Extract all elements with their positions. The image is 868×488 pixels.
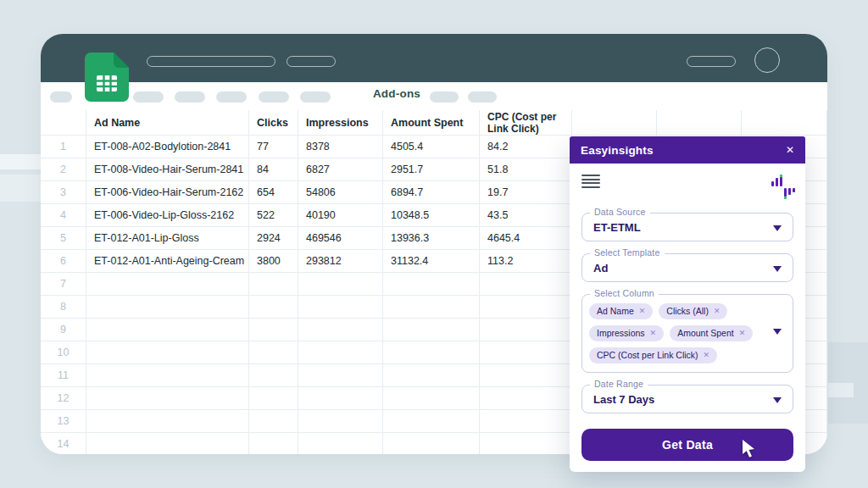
- sheet-cell[interactable]: 2924: [249, 227, 298, 250]
- sheet-cell[interactable]: [86, 364, 249, 387]
- sheet-cell[interactable]: [480, 319, 572, 341]
- toolbar-pill-placeholder[interactable]: [216, 92, 247, 103]
- sheet-cell[interactable]: 40190: [298, 204, 383, 227]
- sheet-cell[interactable]: ET-006-Video-Hair-Serum-2162: [86, 181, 249, 204]
- sheet-cell[interactable]: [480, 341, 572, 364]
- sheet-cell[interactable]: [249, 319, 298, 341]
- column-chip[interactable]: CPC (Cost per Link Click)✕: [589, 347, 717, 363]
- sheet-cell[interactable]: 4505.4: [383, 136, 480, 158]
- chevron-down-icon[interactable]: [773, 225, 782, 231]
- row-number-cell[interactable]: 14: [41, 433, 86, 454]
- sheet-cell[interactable]: 654: [249, 181, 298, 204]
- toolbar-pill-placeholder[interactable]: [50, 92, 72, 103]
- column-chip[interactable]: Clicks (All)✕: [659, 303, 727, 319]
- row-number-cell[interactable]: 1: [41, 136, 86, 158]
- sheet-cell[interactable]: [249, 296, 298, 319]
- sheet-cell[interactable]: [480, 364, 572, 387]
- select-column-multiselect[interactable]: Select Column Ad Name✕Clicks (All)✕Impre…: [581, 294, 793, 373]
- date-range-select[interactable]: Date Range Last 7 Days: [581, 385, 793, 413]
- sheet-cell[interactable]: 10348.5: [383, 204, 480, 227]
- sheet-cell[interactable]: [298, 296, 383, 319]
- row-number-cell[interactable]: 4: [41, 204, 86, 227]
- get-data-button[interactable]: Get Data: [581, 429, 793, 461]
- avatar[interactable]: [754, 47, 780, 73]
- sheet-cell[interactable]: ET-008-Video-Hair-Serum-2841: [86, 158, 249, 181]
- column-header-cell[interactable]: [742, 110, 827, 136]
- sheet-cell[interactable]: ET-012-A01-Lip-Gloss: [86, 227, 249, 250]
- sheet-cell[interactable]: [383, 319, 480, 341]
- sheet-cell[interactable]: [383, 410, 480, 433]
- chip-remove-icon[interactable]: ✕: [714, 307, 721, 315]
- sheet-cell[interactable]: 113.2: [480, 250, 572, 273]
- chip-remove-icon[interactable]: ✕: [650, 329, 657, 337]
- column-header-cell[interactable]: CPC (Cost per Link Click): [480, 110, 572, 136]
- sheet-cell[interactable]: ET-006-Video-Lip-Gloss-2162: [86, 204, 249, 227]
- sheet-cell[interactable]: 51.8: [480, 158, 572, 181]
- sheet-cell[interactable]: [86, 273, 249, 296]
- sheet-cell[interactable]: 84.2: [480, 136, 572, 158]
- sheet-cell[interactable]: [298, 433, 383, 454]
- sheet-cell[interactable]: [298, 273, 383, 296]
- sheet-cell[interactable]: [480, 273, 572, 296]
- sheet-cell[interactable]: [86, 387, 249, 410]
- sheet-cell[interactable]: [249, 364, 298, 387]
- close-icon[interactable]: ✕: [786, 145, 794, 155]
- sheet-cell[interactable]: 19.7: [480, 181, 572, 204]
- column-header-cell[interactable]: Ad Name: [86, 110, 249, 136]
- toolbar-pill-placeholder[interactable]: [300, 92, 331, 103]
- sheet-cell[interactable]: [86, 341, 249, 364]
- sheet-cell[interactable]: 522: [249, 204, 298, 227]
- sheet-cell[interactable]: 13936.3: [383, 227, 480, 250]
- row-number-cell[interactable]: 6: [41, 250, 86, 273]
- sheet-cell[interactable]: [383, 387, 480, 410]
- sheet-cell[interactable]: 2951.7: [383, 158, 480, 181]
- sheet-cell[interactable]: [86, 433, 249, 454]
- sheet-cell[interactable]: [383, 296, 480, 319]
- column-header-cell[interactable]: [572, 110, 657, 136]
- sheet-cell[interactable]: [298, 364, 383, 387]
- sheet-cell[interactable]: [249, 433, 298, 454]
- sheet-cell[interactable]: [480, 433, 572, 454]
- sheet-cell[interactable]: [298, 341, 383, 364]
- sheet-cell[interactable]: [383, 364, 480, 387]
- row-number-cell[interactable]: 10: [41, 341, 86, 364]
- sheet-cell[interactable]: 469546: [298, 227, 383, 250]
- select-template-select[interactable]: Select Template Ad: [581, 253, 793, 282]
- chip-remove-icon[interactable]: ✕: [704, 351, 710, 359]
- row-number-cell[interactable]: 2: [41, 158, 86, 181]
- row-number-cell[interactable]: 9: [41, 319, 86, 341]
- sheet-cell[interactable]: [480, 410, 572, 433]
- sheet-cell[interactable]: 31132.4: [383, 250, 480, 273]
- header-pill-placeholder[interactable]: [287, 56, 336, 67]
- sheet-cell[interactable]: [298, 319, 383, 341]
- sheet-cell[interactable]: [383, 341, 480, 364]
- sheet-cell[interactable]: [383, 273, 480, 296]
- row-number-cell[interactable]: 3: [41, 181, 86, 204]
- sheet-cell[interactable]: ET-008-A02-Bodylotion-2841: [86, 136, 249, 158]
- column-header-cell[interactable]: [657, 110, 742, 136]
- row-number-cell[interactable]: 13: [41, 410, 86, 433]
- sheet-cell[interactable]: [249, 273, 298, 296]
- chevron-down-icon[interactable]: [773, 397, 782, 403]
- row-number-cell[interactable]: 11: [41, 364, 86, 387]
- header-pill-placeholder[interactable]: [687, 56, 736, 67]
- row-number-cell[interactable]: [41, 110, 86, 136]
- chevron-down-icon[interactable]: [773, 266, 782, 272]
- sheet-cell[interactable]: 3800: [249, 250, 298, 273]
- sheet-cell[interactable]: 4645.4: [480, 227, 572, 250]
- chip-remove-icon[interactable]: ✕: [639, 307, 646, 315]
- menu-icon[interactable]: [581, 175, 600, 190]
- column-chip[interactable]: Amount Spent✕: [670, 325, 753, 341]
- sheet-cell[interactable]: 54806: [298, 181, 383, 204]
- sheet-cell[interactable]: [298, 387, 383, 410]
- sheet-cell[interactable]: [249, 387, 298, 410]
- sheet-cell[interactable]: [86, 296, 249, 319]
- toolbar-pill-placeholder[interactable]: [468, 92, 497, 103]
- address-bar-placeholder[interactable]: [147, 56, 275, 67]
- row-number-cell[interactable]: 5: [41, 227, 86, 250]
- toolbar-pill-placeholder[interactable]: [259, 92, 289, 103]
- chip-remove-icon[interactable]: ✕: [739, 329, 746, 337]
- toolbar-pill-placeholder[interactable]: [133, 92, 164, 103]
- sheet-cell[interactable]: [86, 319, 249, 341]
- sheet-cell[interactable]: 43.5: [480, 204, 572, 227]
